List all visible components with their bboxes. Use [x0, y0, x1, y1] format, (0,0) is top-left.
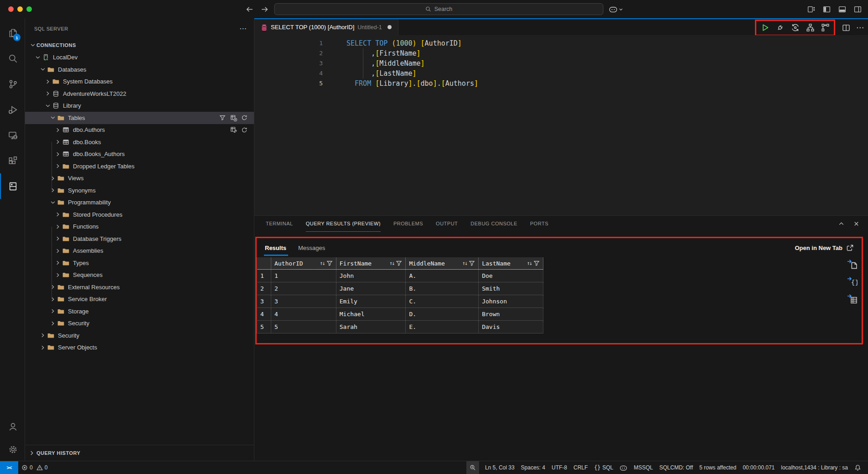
disconnect-button[interactable] [775, 23, 785, 32]
zoom-indicator[interactable] [466, 461, 479, 474]
unsaved-changes-dot[interactable] [388, 25, 392, 29]
grid-cell[interactable]: Doe [479, 270, 543, 282]
code-line-3[interactable]: 3 ,[MiddleName] [254, 58, 868, 68]
grid-row-2[interactable]: 22JaneB.Smith [257, 282, 543, 295]
row-number-cell[interactable]: 4 [257, 308, 271, 321]
tree-item-library[interactable]: Library [25, 100, 254, 112]
tree-item-dbo-books-authors[interactable]: dbo.Books_Authors [25, 148, 254, 161]
sort-icon[interactable]: ↑↓ [320, 260, 324, 266]
refresh-icon[interactable] [241, 114, 248, 121]
activity-bar-item-search[interactable] [0, 46, 25, 71]
run-query-button[interactable] [760, 23, 770, 32]
grid-cell[interactable]: Sarah [336, 321, 406, 333]
grid-cell[interactable]: Emily [336, 295, 406, 308]
tab-output[interactable]: OUTPUT [436, 216, 458, 232]
activity-bar-item-extensions[interactable] [0, 148, 25, 173]
results-tab[interactable]: Results [265, 238, 286, 257]
tree-item-storage[interactable]: Storage [25, 305, 254, 318]
sort-icon[interactable]: ↑↓ [389, 260, 394, 266]
tab-ports[interactable]: PORTS [530, 216, 548, 232]
indentation-status[interactable]: Spaces: 4 [518, 461, 548, 474]
tree-item-server-objects[interactable]: Server Objects [25, 342, 254, 354]
close-panel-icon[interactable] [853, 220, 860, 227]
new-table-icon[interactable] [230, 114, 237, 121]
filter-icon[interactable] [219, 114, 226, 121]
save-as-json-button[interactable]: {} [846, 276, 858, 287]
tree-item-assemblies[interactable]: Assemblies [25, 245, 254, 257]
split-editor-icon[interactable] [842, 23, 851, 32]
connection-status[interactable]: localhost,1434 : Library : sa [778, 461, 851, 474]
tree-item-types[interactable]: Types [25, 257, 254, 269]
results-grid[interactable]: AuthorID↑↓FirstName↑↓MiddleName↑↓LastNam… [257, 257, 543, 333]
sqlcmd-status[interactable]: SQLCMD: Off [656, 461, 696, 474]
tree-item-connections[interactable]: CONNECTIONS [25, 39, 254, 52]
sort-icon[interactable]: ↑↓ [527, 260, 532, 266]
grid-cell[interactable]: 3 [271, 295, 336, 308]
code-editor[interactable]: 1SELECT TOP (1000) [AuthorID]2 ,[FirstNa… [254, 35, 868, 215]
sort-icon[interactable]: ↑↓ [462, 260, 467, 266]
activity-bar-item-source-control[interactable] [0, 71, 25, 97]
tab-query-results[interactable]: QUERY RESULTS (PREVIEW) [306, 216, 381, 232]
grid-cell[interactable]: Jane [336, 282, 406, 295]
activity-bar-item-settings[interactable] [0, 438, 25, 461]
grid-cell[interactable]: 2 [271, 282, 336, 295]
tree-item-dbo-authors[interactable]: dbo.Authors [25, 124, 254, 136]
tree-item-views[interactable]: Views [25, 172, 254, 185]
cursor-position[interactable]: Ln 5, Col 33 [482, 461, 518, 474]
grid-row-5[interactable]: 55SarahE.Davis [257, 321, 543, 333]
grid-cell[interactable]: Michael [336, 308, 406, 321]
grid-cell[interactable]: Brown [479, 308, 543, 321]
grid-cell[interactable]: C. [406, 295, 479, 308]
activity-bar-item-explorer[interactable]: 1 [0, 20, 25, 46]
estimated-plan-button[interactable] [806, 23, 815, 32]
tree-item-synonyms[interactable]: Synonyms [25, 184, 254, 197]
tab-problems[interactable]: PROBLEMS [393, 216, 423, 232]
save-as-csv-button[interactable] [846, 258, 858, 270]
activity-bar-item-remote-explorer[interactable] [0, 122, 25, 148]
grid-cell[interactable]: 5 [271, 321, 336, 333]
editor-more-actions-icon[interactable]: ⋯ [856, 23, 864, 32]
navigate-back-icon[interactable] [245, 5, 254, 14]
edit-table-icon[interactable] [230, 126, 237, 134]
code-line-1[interactable]: 1SELECT TOP (1000) [AuthorID] [254, 38, 868, 48]
tree-item-stored-procedures[interactable]: Stored Procedures [25, 208, 254, 221]
save-as-excel-button[interactable] [846, 293, 858, 305]
problems-status[interactable]: 0 0 [18, 461, 51, 474]
grid-cell[interactable]: 4 [271, 308, 336, 321]
grid-column-header-lastname[interactable]: LastName↑↓ [479, 257, 543, 270]
rows-affected-status[interactable]: 5 rows affected [696, 461, 739, 474]
tree-item-system-databases[interactable]: System Databases [25, 76, 254, 88]
grid-cell[interactable]: Johnson [479, 295, 543, 308]
messages-tab[interactable]: Messages [298, 238, 325, 257]
notifications-bell[interactable] [851, 461, 864, 474]
tree-item-databases[interactable]: Databases [25, 63, 254, 76]
filter-icon[interactable] [469, 260, 475, 266]
grid-cell[interactable]: B. [406, 282, 479, 295]
open-in-new-tab-button[interactable]: Open in New Tab [795, 245, 854, 251]
tree-item-service-broker[interactable]: Service Broker [25, 293, 254, 306]
change-connection-button[interactable] [790, 23, 800, 32]
row-number-cell[interactable]: 3 [257, 295, 271, 308]
tree-item-external-resources[interactable]: External Resources [25, 281, 254, 293]
grid-cell[interactable]: 1 [271, 270, 336, 282]
grid-column-header-middlename[interactable]: MiddleName↑↓ [406, 257, 479, 270]
tree-item-programmability[interactable]: Programmability [25, 197, 254, 209]
toggle-panel-icon[interactable] [838, 5, 846, 13]
navigate-forward-icon[interactable] [260, 5, 269, 14]
encoding-status[interactable]: UTF-8 [548, 461, 570, 474]
tree-item-functions[interactable]: Functions [25, 221, 254, 233]
activity-bar-item-run-and-debug[interactable] [0, 97, 25, 122]
tree-item-adventureworkslt2022[interactable]: AdventureWorksLT2022 [25, 88, 254, 100]
tree-item-security[interactable]: Security [25, 329, 254, 342]
code-line-2[interactable]: 2 ,[FirstName] [254, 48, 868, 58]
grid-cell[interactable]: Davis [479, 321, 543, 333]
code-line-5[interactable]: 5 FROM [Library].[dbo].[Authors] [254, 78, 868, 89]
toggle-secondary-sidebar-icon[interactable] [853, 5, 862, 13]
maximize-panel-icon[interactable] [838, 220, 845, 227]
refresh-icon[interactable] [241, 126, 248, 134]
mssql-status[interactable]: MSSQL [630, 461, 656, 474]
grid-cell[interactable]: E. [406, 321, 479, 333]
filter-icon[interactable] [533, 260, 540, 266]
eol-status[interactable]: CRLF [570, 461, 591, 474]
query-history-section[interactable]: QUERY HISTORY [25, 445, 254, 461]
